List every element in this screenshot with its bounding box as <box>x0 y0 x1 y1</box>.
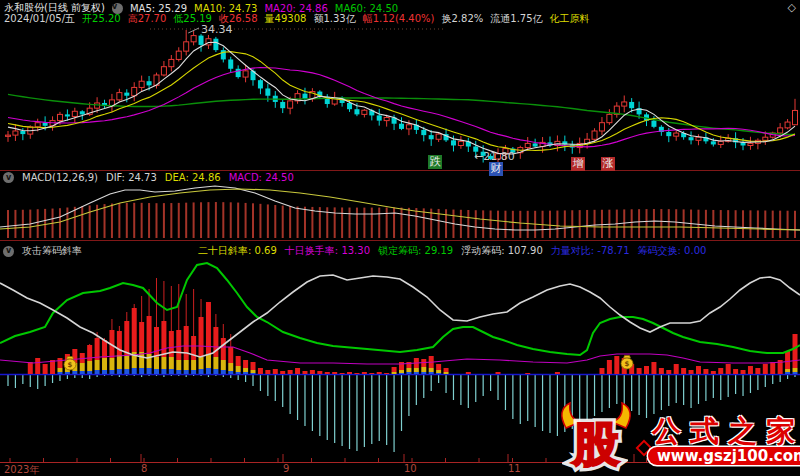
macd-field: DEA: 24.86 <box>165 172 221 183</box>
macd-bar <box>311 207 313 238</box>
red-bar <box>785 351 790 369</box>
red-bar <box>711 371 716 374</box>
candle <box>399 124 404 129</box>
candle <box>35 123 40 127</box>
axis-month-label: 2023年 <box>4 463 39 476</box>
svg-text:$: $ <box>625 360 630 368</box>
candle <box>458 141 463 145</box>
macd-bar <box>772 211 774 238</box>
red-bar <box>280 371 285 374</box>
blue-bar <box>206 368 211 374</box>
red-bar <box>659 368 664 374</box>
chip-field: 二十日斜率: 0.69 <box>198 244 277 258</box>
macd-bar <box>274 205 276 238</box>
quote-field: 开25.20 <box>82 12 121 26</box>
macd-bar <box>675 209 677 238</box>
diamond-icon[interactable]: ◇ <box>788 1 796 14</box>
red-bar <box>258 368 263 374</box>
macd-bar <box>378 208 380 238</box>
chip-field: 十日换手率: 13.30 <box>285 244 370 258</box>
red-bar <box>726 364 731 374</box>
app-window: $$ 永和股份(日线 前复权) v MA5: 25.29MA10: 24.73M… <box>0 0 800 476</box>
candle <box>20 131 25 134</box>
macd-bar <box>646 209 648 238</box>
macd-bar <box>341 207 343 238</box>
chart-watermark-char: 跌 <box>428 155 442 169</box>
quote-info-bar: 2024/01/05/五开25.20高27.70低25.19收26.58量493… <box>4 12 590 26</box>
macd-bar <box>586 210 588 238</box>
candle <box>124 93 129 96</box>
red-bar <box>132 308 137 352</box>
chart-watermark-char: 财 <box>489 162 503 176</box>
macd-bar <box>668 209 670 238</box>
candle <box>169 59 174 66</box>
red-bar <box>154 327 159 357</box>
red-bar <box>35 358 40 374</box>
blue-bar <box>251 373 256 374</box>
macd-bar <box>111 203 113 238</box>
macd-field: MACD: 24.50 <box>229 172 294 183</box>
yellow-bar <box>793 368 798 372</box>
logo-url[interactable]: www.gszj100.com <box>648 447 800 465</box>
candle <box>525 143 530 147</box>
blue-bar <box>57 372 62 374</box>
red-bar <box>696 366 701 374</box>
candle <box>793 110 798 124</box>
collapse-icon[interactable]: v <box>3 172 14 183</box>
blue-bar <box>191 370 196 374</box>
yellow-bar <box>406 368 411 372</box>
macd-bar <box>267 204 269 238</box>
candle <box>421 130 426 135</box>
candle <box>451 140 456 145</box>
logo-title: 公式之家 <box>652 412 800 452</box>
macd-bar <box>475 210 477 238</box>
yellow-bar <box>199 357 204 369</box>
macd-bar <box>549 211 551 238</box>
quote-field: 2024/01/05/五 <box>4 12 75 26</box>
macd-bar <box>571 210 573 238</box>
macd-bar <box>408 208 410 238</box>
red-bar <box>265 370 270 374</box>
red-bar <box>392 367 397 372</box>
macd-bar <box>89 205 91 238</box>
candle <box>228 59 233 68</box>
yellow-bar <box>206 354 211 368</box>
bull-badge-icon: 股 股 <box>552 398 648 476</box>
macd-bar <box>423 208 425 238</box>
red-bar <box>689 370 694 374</box>
blue-bar <box>406 372 411 374</box>
macd-bar <box>764 211 766 238</box>
collapse-icon[interactable]: v <box>3 246 14 257</box>
red-bar <box>354 373 359 374</box>
red-bar <box>651 362 656 374</box>
red-bar <box>466 372 471 374</box>
blue-bar <box>161 369 166 374</box>
red-bar <box>102 340 107 358</box>
red-bar <box>147 316 152 354</box>
macd-bar <box>245 203 247 238</box>
red-bar <box>755 368 760 374</box>
candle <box>221 50 226 59</box>
svg-text:$: $ <box>68 361 73 369</box>
red-bar <box>310 370 315 374</box>
macd-bar <box>556 211 558 238</box>
macd-bar <box>504 211 506 238</box>
blue-bar <box>132 368 137 374</box>
money-bag-icon: $ <box>621 356 633 370</box>
blue-bar <box>213 369 218 374</box>
quote-field: 化工原料 <box>550 12 590 26</box>
macd-bar <box>59 208 61 238</box>
macd-field: MACD(12,26,9) <box>22 172 98 183</box>
blue-bar <box>429 372 434 374</box>
yellow-bar <box>154 357 159 369</box>
candle <box>384 117 389 120</box>
candle <box>778 128 783 133</box>
macd-bar <box>155 203 157 238</box>
chip-histogram <box>28 278 798 374</box>
red-bar <box>317 371 322 374</box>
candle <box>347 103 352 109</box>
macd-bar <box>334 207 336 238</box>
candle <box>139 81 144 87</box>
macd-bar <box>712 210 714 238</box>
macd-bar <box>794 211 796 238</box>
